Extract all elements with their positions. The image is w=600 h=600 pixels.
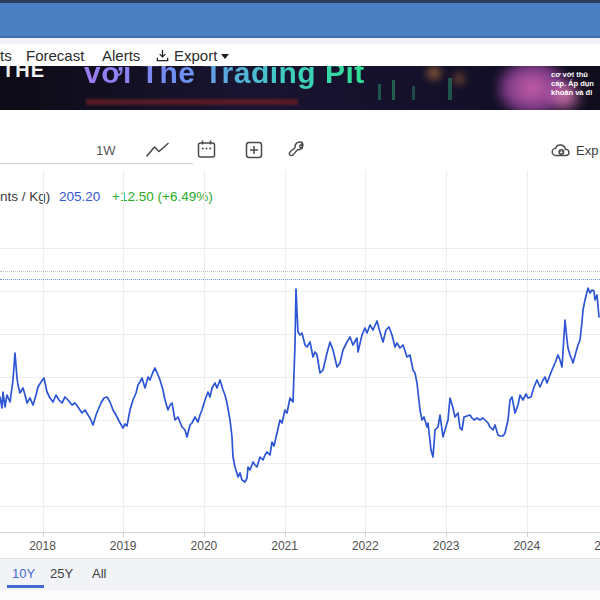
banner-right-text: cơ với thủ cấp. Áp dụn khoản và đi — [551, 70, 600, 97]
banner-candle-4 — [448, 78, 452, 100]
banner-candle-1 — [378, 84, 381, 100]
banner-candle-3 — [412, 86, 415, 100]
line-chart-icon[interactable] — [146, 142, 170, 158]
banner-bokeh-1 — [425, 66, 443, 82]
x-axis-label: 2021 — [265, 539, 305, 553]
calendar-icon[interactable] — [196, 139, 217, 160]
h-gridline — [0, 463, 600, 464]
ad-banner[interactable]: THE với The Trading Pit cơ với thủ cấp. … — [0, 66, 600, 110]
h-gridline — [0, 506, 600, 507]
nav-bar: ts Forecast Alerts Export — [0, 44, 600, 66]
cloud-download-icon — [551, 142, 572, 158]
wrench-icon[interactable] — [287, 140, 306, 160]
h-gridline — [0, 291, 600, 292]
v-gridline — [365, 170, 366, 532]
banner-subtext-smudge — [86, 99, 298, 105]
bottom-filler — [0, 590, 600, 600]
h-gridline — [0, 420, 600, 421]
v-gridline — [123, 170, 124, 532]
export-chart-button[interactable]: Exp — [551, 142, 598, 158]
range-tab-strip: 10Y 25Y All — [0, 558, 600, 590]
nav-item-export[interactable]: Export — [155, 47, 229, 64]
current-price-dotted-line — [0, 279, 600, 280]
v-gridline — [204, 170, 205, 532]
interval-button[interactable]: 1W — [96, 143, 116, 158]
export-chart-label: Exp — [576, 143, 598, 158]
banner-headline: với The Trading Pit — [84, 66, 365, 90]
active-tab-underline — [7, 585, 44, 588]
nav-item-clipped[interactable]: ts — [0, 47, 12, 64]
download-icon — [155, 48, 170, 63]
banner-logo-fragment: THE — [2, 66, 45, 82]
banner-bokeh-2 — [452, 72, 466, 86]
v-gridline — [285, 170, 286, 532]
quote-price: 205.20 — [59, 189, 100, 204]
x-axis-label: 2024 — [507, 539, 547, 553]
h-gridline — [0, 248, 600, 249]
v-gridline — [43, 170, 44, 532]
trading-page: ts Forecast Alerts Export THE với The Tr… — [0, 0, 600, 600]
price-series-line — [0, 288, 599, 482]
nav-export-label: Export — [174, 47, 217, 64]
v-gridline — [527, 170, 528, 532]
nav-item-alerts[interactable]: Alerts — [102, 47, 140, 64]
x-axis-label: 2023 — [426, 539, 466, 553]
v-gridline — [446, 170, 447, 532]
chevron-down-icon — [221, 54, 229, 59]
top-header-bar — [0, 0, 600, 38]
banner-right-line2: cấp. Áp dụn — [551, 79, 600, 88]
x-axis-line — [0, 532, 600, 533]
h-gridline — [0, 377, 600, 378]
x-axis-label: 2025 — [588, 539, 600, 553]
secondary-dotted-line — [0, 271, 600, 272]
toolbar-underline — [0, 163, 193, 164]
add-indicator-icon[interactable] — [244, 140, 264, 160]
banner-right-line1: cơ với thủ — [551, 70, 600, 79]
x-axis-label: 2022 — [345, 539, 385, 553]
banner-right-line3: khoản và đi — [551, 88, 600, 97]
tab-10y[interactable]: 10Y — [12, 566, 35, 581]
x-axis-label: 2019 — [103, 539, 143, 553]
x-axis-label: 2018 — [23, 539, 63, 553]
banner-candle-2 — [392, 80, 395, 100]
nav-item-forecast[interactable]: Forecast — [26, 47, 84, 64]
tab-25y[interactable]: 25Y — [50, 566, 73, 581]
quote-row: nts / Kg) 205.20 +12.50 (+6.49%) — [0, 189, 213, 204]
tab-all[interactable]: All — [92, 566, 106, 581]
x-axis-label: 2020 — [184, 539, 224, 553]
quote-change: +12.50 (+6.49%) — [112, 189, 213, 204]
h-gridline — [0, 334, 600, 335]
